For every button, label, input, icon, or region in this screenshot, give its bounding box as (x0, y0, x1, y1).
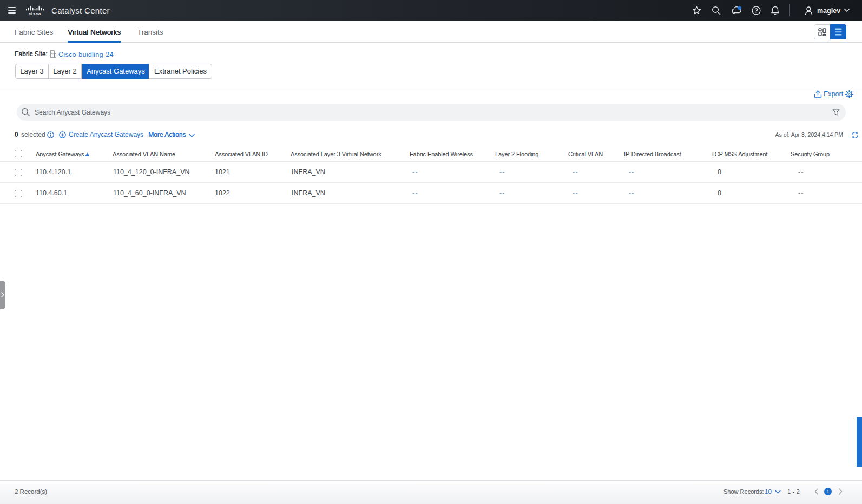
svg-text:cisco: cisco (29, 11, 41, 16)
